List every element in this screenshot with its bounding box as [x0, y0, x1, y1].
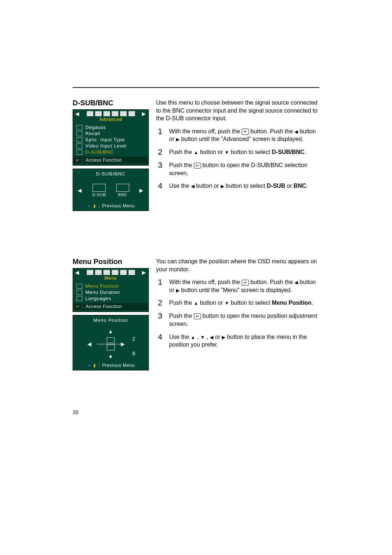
osd-footer: ↵: Access Function	[73, 303, 148, 310]
exit-icon: →	[87, 363, 91, 368]
step-1: 1 With the menu off, push the ↵ button. …	[156, 127, 319, 143]
v-value: 8	[132, 351, 135, 356]
menu-duration-icon	[77, 290, 82, 295]
down-arrow-icon: ▼	[108, 354, 114, 359]
step-1: 1 With the menu off, push the ↵ button. …	[156, 278, 319, 294]
section-title: D-SUB/BNC	[73, 99, 149, 107]
osd-tab-row: ◀ ▶	[73, 268, 148, 276]
degauss-icon	[77, 125, 82, 130]
osd-menu-panel: ◀ ▶ Menu Menu Position Menu Duration	[73, 268, 149, 312]
v-indicator-icon	[107, 345, 115, 351]
right-triangle-icon: ▶	[176, 137, 180, 142]
choice-bnc: BNC	[116, 184, 129, 197]
tab-icon	[112, 270, 118, 275]
osd-footer: ↵: Access Function	[73, 157, 148, 164]
step-4: 4 Use the ◀ button or ▶ button to select…	[156, 182, 319, 190]
step-3: 3 Push the ↵ button to open the D-SUB/BN…	[156, 161, 319, 177]
step-symbol: 4	[156, 182, 164, 190]
footer-label: Access Function	[86, 304, 122, 309]
left-triangle-icon: ◀	[294, 129, 298, 134]
section-title: Menu Position	[73, 258, 149, 266]
osd-item: Sync. Input Type	[77, 137, 145, 143]
page-number: 20	[73, 409, 79, 415]
osd-item: Menu Duration	[77, 289, 145, 295]
osd-menu-position-subpanel: Menu Position ▲ ▼ ◀ ▶ 2 8 →▮: Previous M…	[73, 315, 149, 370]
tab-icon	[120, 270, 127, 275]
step-symbol: 1	[156, 127, 164, 143]
footer-label: Access Function	[86, 158, 122, 163]
enter-key-icon: ↵	[76, 304, 80, 309]
enter-button-icon: ↵	[194, 163, 201, 169]
left-triangle-icon: ◀	[210, 335, 213, 340]
down-triangle-icon: ▼	[225, 150, 229, 155]
section-menu-position: Menu Position ◀ ▶ Menu Menu	[73, 258, 319, 373]
osd-menu-list: Degauss Recall Sync. Input Type Video In…	[73, 123, 148, 157]
choice-dsub: D-SUB	[92, 184, 106, 197]
exit-key-icon: ▮	[93, 203, 96, 208]
tab-icon	[120, 111, 127, 116]
down-triangle-icon: ▼	[200, 335, 205, 340]
osd-tab-row: ◀ ▶	[73, 110, 148, 117]
step-symbol: 2	[156, 148, 164, 156]
step-2: 2 Push the ▲ button or ▼ button to selec…	[156, 148, 319, 156]
right-triangle-icon: ▶	[222, 335, 225, 340]
languages-icon	[77, 296, 82, 301]
left-arrow-icon: ◀	[87, 341, 92, 347]
menu-position-icon	[77, 284, 82, 289]
exit-key-icon: ▮	[93, 363, 96, 368]
exit-icon: →	[87, 203, 91, 208]
step-symbol: 2	[156, 299, 164, 307]
osd-item: Languages	[77, 295, 145, 301]
h-indicator-icon	[107, 337, 115, 343]
section-intro: Use this menu to choose between the sign…	[156, 99, 319, 122]
tab-icon	[95, 111, 102, 116]
right-triangle-icon: ▶	[176, 288, 180, 293]
step-3: 3 Push the ↵ button to open the menu pos…	[156, 312, 319, 328]
dsub-connector-icon	[93, 184, 106, 192]
level-icon	[77, 143, 82, 149]
left-triangle-icon: ◀	[191, 183, 195, 189]
recall-icon	[77, 131, 82, 136]
enter-button-icon: ↵	[194, 313, 201, 319]
osd-item-selected: Menu Position	[77, 283, 145, 289]
osd-item: Video Input Level	[77, 143, 145, 149]
step-symbol: 3	[156, 312, 164, 328]
bnc-connector-icon	[116, 184, 129, 192]
tab-icon	[112, 111, 118, 116]
tab-icon	[103, 111, 110, 116]
tab-icon	[128, 270, 135, 275]
up-triangle-icon: ▲	[194, 300, 199, 306]
osd-item-selected: D-SUB/BNC	[77, 149, 145, 155]
subpanel-title: D-SUB/BNC	[73, 169, 148, 180]
left-arrow-icon: ◀	[75, 111, 79, 116]
step-symbol: 4	[156, 333, 164, 349]
right-triangle-icon: ▶	[221, 183, 224, 189]
tab-icon	[87, 111, 93, 116]
step-symbol: 3	[156, 161, 164, 177]
tab-icon	[103, 270, 110, 275]
osd-menu-list: Menu Position Menu Duration Languages	[73, 281, 148, 303]
sync-icon	[77, 137, 82, 142]
subpanel-title: Menu Position	[73, 315, 148, 327]
osd-advanced-panel: ◀ ▶ Advanced Degauss Recall Sync.	[73, 109, 149, 166]
osd-item: Recall	[77, 130, 145, 137]
up-triangle-icon: ▲	[191, 335, 196, 340]
osd-dsub-bnc-subpanel: D-SUB/BNC ◀ D-SUB BNC ▶ →▮: Previous Me	[73, 169, 149, 211]
enter-button-icon: ↵	[242, 280, 249, 285]
section-dsub-bnc: D-SUB/BNC ◀ ▶ Advanced Dega	[73, 99, 319, 214]
tab-icon	[95, 270, 102, 275]
up-arrow-icon: ▲	[108, 329, 114, 334]
enter-button-icon: ↵	[242, 129, 249, 134]
tab-icon	[128, 111, 135, 116]
right-arrow-icon: ▶	[121, 341, 125, 347]
right-arrow-icon: ▶	[142, 111, 146, 116]
tab-icon	[87, 270, 93, 275]
right-arrow-icon: ▶	[142, 270, 146, 275]
step-symbol: 1	[156, 278, 164, 294]
down-triangle-icon: ▼	[225, 300, 229, 306]
previous-menu-row: →▮: Previous Menu	[73, 202, 148, 209]
left-arrow-icon: ◀	[75, 270, 79, 275]
position-adjust-graphic: ▲ ▼ ◀ ▶ 2 8	[85, 329, 136, 359]
up-triangle-icon: ▲	[194, 150, 199, 155]
right-arrow-icon: ▶	[139, 188, 144, 193]
